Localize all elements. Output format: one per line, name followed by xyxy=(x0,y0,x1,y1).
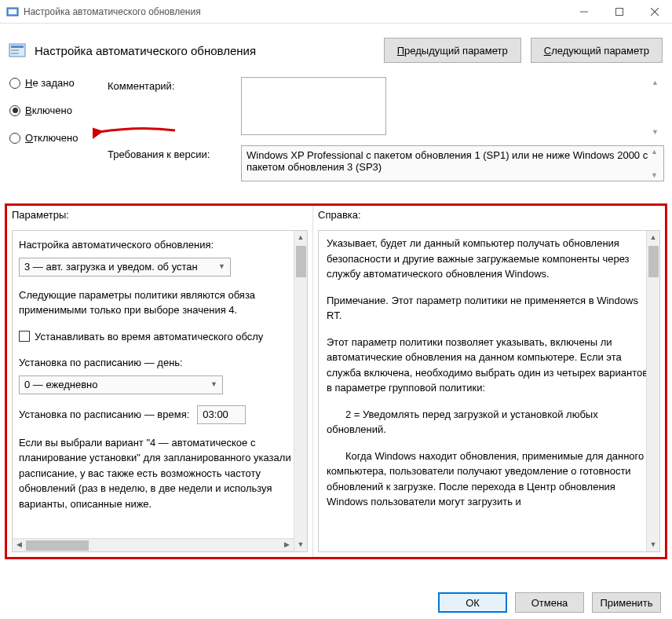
header-row: Настройка автоматического обновления Пре… xyxy=(0,24,672,77)
apply-button[interactable]: Применить xyxy=(592,592,661,613)
svg-rect-8 xyxy=(11,49,19,51)
state-section: Не задано Включено Отключено Комментарий… xyxy=(0,77,672,194)
maximize-button[interactable] xyxy=(601,0,637,24)
svg-rect-1 xyxy=(9,9,16,14)
help-p3: Этот параметр политики позволяет указыва… xyxy=(327,335,652,396)
time-value: 03:00 xyxy=(203,407,228,423)
chevron-down-icon: ▼ xyxy=(218,262,225,273)
radio-disabled[interactable]: Отключено xyxy=(9,132,108,144)
parameters-body: Настройка автоматического обновления: 3 … xyxy=(12,230,308,552)
minimize-button[interactable] xyxy=(566,0,601,24)
checkbox-icon xyxy=(19,331,30,342)
install-during-maint-checkbox[interactable]: Устанавливать во время автоматического о… xyxy=(19,329,293,345)
comment-label: Комментарий: xyxy=(108,77,241,92)
title-bar: Настройка автоматического обновления xyxy=(0,0,672,24)
window-icon xyxy=(6,5,19,18)
help-p4: 2 = Уведомлять перед загрузкой и установ… xyxy=(327,407,652,438)
main-panes: Параметры: Настройка автоматического обн… xyxy=(5,203,667,559)
requirements-box: Windows XP Professional с пакетом обновл… xyxy=(241,145,664,181)
requirements-label: Требования к версии: xyxy=(108,145,241,160)
help-p2: Примечание. Этот параметр политики не пр… xyxy=(327,293,652,324)
config-select-value: 3 — авт. загрузка и уведом. об устан xyxy=(24,259,198,275)
svg-rect-9 xyxy=(11,53,19,54)
setting-icon xyxy=(8,41,27,60)
params-tail: Если вы выбрали вариант "4 — автоматичес… xyxy=(19,435,293,512)
help-vscroll[interactable]: ▲▼ xyxy=(646,231,659,551)
close-button[interactable] xyxy=(637,0,672,24)
params-vscroll[interactable]: ▲▼ xyxy=(294,231,307,551)
svg-rect-7 xyxy=(11,46,24,48)
setting-name: Настройка автоматического обновления xyxy=(35,44,374,57)
help-p5: Когда Windows находит обновления, примен… xyxy=(327,449,652,510)
comment-textarea[interactable] xyxy=(241,77,386,135)
parameters-header: Параметры: xyxy=(7,206,312,224)
window-title: Настройка автоматического обновления xyxy=(24,6,566,17)
ok-button[interactable]: ОК xyxy=(438,592,507,613)
svg-rect-3 xyxy=(615,8,623,15)
help-header: Справка: xyxy=(313,206,665,224)
cancel-button[interactable]: Отмена xyxy=(515,592,584,613)
checkbox-label: Устанавливать во время автоматического о… xyxy=(35,329,263,345)
config-select[interactable]: 3 — авт. загрузка и уведом. об устан ▼ xyxy=(19,258,231,277)
help-p1: Указывает, будет ли данный компьютер пол… xyxy=(327,236,652,282)
next-setting-button[interactable]: Следующий параметр xyxy=(531,38,663,63)
requirements-text: Windows XP Professional с пакетом обновл… xyxy=(247,149,648,173)
day-label: Установка по расписанию — день: xyxy=(19,355,293,371)
help-body: Указывает, будет ли данный компьютер пол… xyxy=(318,230,660,552)
previous-setting-button[interactable]: Предыдущий параметр xyxy=(384,38,521,63)
params-hscroll[interactable]: ◀▶ xyxy=(13,538,294,551)
parameters-pane: Параметры: Настройка автоматического обн… xyxy=(7,206,313,557)
time-input[interactable]: 03:00 xyxy=(197,405,246,424)
time-label: Установка по расписанию — время: xyxy=(19,407,189,423)
day-select-value: 0 — ежедневно xyxy=(24,377,98,393)
policy-note: Следующие параметры политики являются об… xyxy=(19,288,293,318)
day-select[interactable]: 0 — ежедневно ▼ xyxy=(19,375,223,394)
help-pane: Справка: Указывает, будет ли данный комп… xyxy=(313,206,665,557)
radio-not-configured[interactable]: Не задано xyxy=(9,77,108,89)
config-label: Настройка автоматического обновления: xyxy=(19,237,293,253)
footer: ОК Отмена Применить xyxy=(438,592,661,613)
chevron-down-icon: ▼ xyxy=(210,379,217,390)
radio-enabled[interactable]: Включено xyxy=(9,104,108,116)
